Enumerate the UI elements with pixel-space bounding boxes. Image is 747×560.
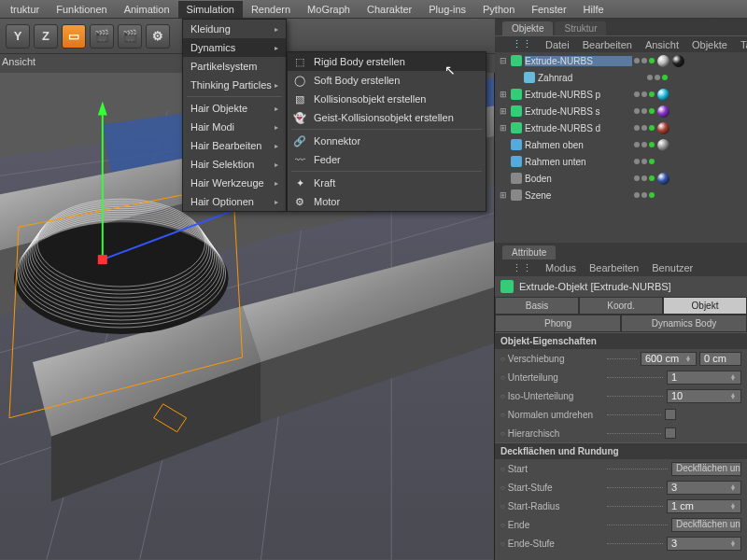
- object-name: Extrude-NURBS s: [525, 106, 632, 117]
- submenuitem-kollisionsobjekt-erstellen[interactable]: ▧Kollisionsobjekt erstellen: [288, 90, 486, 108]
- number-input[interactable]: 0 cm: [699, 352, 741, 366]
- attr-tab-objekt[interactable]: Objekt: [663, 297, 747, 315]
- expand-icon[interactable]: ⊞: [499, 106, 508, 116]
- menu-hilfe[interactable]: Hilfe: [575, 1, 613, 18]
- number-input[interactable]: 1 cm▲▼: [667, 499, 741, 513]
- menuitem-hair-bearbeiten[interactable]: Hair Bearbeiten▸: [183, 136, 286, 155]
- menuitem-hair-modi[interactable]: Hair Modi▸: [183, 118, 286, 136]
- menuitem-hair-werkzeuge[interactable]: Hair Werkzeuge▸: [183, 174, 286, 192]
- menu-funktionen[interactable]: Funktionen: [48, 1, 115, 18]
- menu-animation[interactable]: Animation: [116, 1, 178, 18]
- menu-python[interactable]: Python: [474, 1, 523, 18]
- menuitem-partikelsystem[interactable]: Partikelsystem: [183, 57, 286, 76]
- subbar-objekte[interactable]: Objekte: [692, 39, 727, 50]
- object-row[interactable]: ⊞Extrude-NURBS d: [495, 119, 747, 136]
- menuitem-dynamics[interactable]: Dynamics▸: [183, 38, 286, 57]
- material-ball[interactable]: [657, 173, 669, 185]
- menu-truktur[interactable]: truktur: [2, 1, 48, 18]
- submenuitem-geist-kollisionsobjekt-erstellen[interactable]: 👻Geist-Kollisionsobjekt erstellen: [288, 108, 486, 127]
- attr-tab-basis[interactable]: Basis: [495, 297, 579, 315]
- prop-label: Start-Radius: [500, 501, 603, 511]
- menu-simulation[interactable]: Simulation: [178, 1, 243, 18]
- combo-input[interactable]: Deckflächen und Ru: [671, 518, 741, 532]
- combo-input[interactable]: Deckflächen und Ru: [671, 462, 741, 476]
- expand-icon[interactable]: ⊞: [499, 90, 508, 99]
- material-ball[interactable]: [657, 105, 669, 118]
- menuitem-hair-selektion[interactable]: Hair Selektion▸: [183, 155, 286, 174]
- menu-fenster[interactable]: Fenster: [523, 1, 574, 18]
- expand-icon[interactable]: ⊞: [499, 190, 508, 200]
- object-row[interactable]: Zahnrad: [495, 69, 747, 86]
- material-ball[interactable]: [657, 55, 669, 67]
- tool-button[interactable]: ▭: [62, 24, 86, 49]
- menu-charakter[interactable]: Charakter: [359, 1, 420, 18]
- number-input[interactable]: 600 cm▲▼: [641, 352, 697, 366]
- visibility-dots[interactable]: [634, 108, 655, 114]
- subbar-bearbeiten[interactable]: Bearbeiten: [583, 39, 632, 50]
- object-list[interactable]: ⊟Extrude-NURBSZahnrad⊞Extrude-NURBS p⊞Ex…: [495, 52, 747, 243]
- menu-rendern[interactable]: Rendern: [243, 1, 299, 18]
- material-ball[interactable]: [657, 122, 669, 134]
- object-row[interactable]: ⊞Extrude-NURBS s: [495, 103, 747, 119]
- visibility-dots[interactable]: [634, 91, 655, 97]
- submenu-icon: ⬚: [293, 55, 306, 68]
- attr-tab-phong[interactable]: Phong: [495, 315, 621, 332]
- object-row[interactable]: ⊟Extrude-NURBS: [495, 52, 747, 69]
- object-row[interactable]: ⊞Szene: [495, 187, 747, 203]
- visibility-dots[interactable]: [634, 125, 655, 131]
- object-row[interactable]: Rahmen unten: [495, 153, 747, 170]
- checkbox[interactable]: [665, 427, 676, 439]
- settings-button[interactable]: ⚙: [146, 24, 170, 49]
- menuitem-hair-optionen[interactable]: Hair Optionen▸: [183, 192, 286, 211]
- visibility-dots[interactable]: [647, 75, 668, 80]
- tab-objekte[interactable]: Objekte: [502, 21, 553, 35]
- expand-icon[interactable]: ⊟: [499, 56, 508, 65]
- submenuitem-feder[interactable]: 〰Feder: [288, 150, 486, 169]
- subbar-⋮⋮[interactable]: ⋮⋮: [512, 262, 532, 274]
- submenuitem-konnektor[interactable]: 🔗Konnektor: [288, 132, 486, 150]
- object-row[interactable]: Boden: [495, 170, 747, 187]
- visibility-dots[interactable]: [634, 159, 655, 164]
- submenuitem-rigid-body-erstellen[interactable]: ⬚Rigid Body erstellen: [288, 52, 486, 71]
- number-input[interactable]: 3▲▼: [667, 537, 741, 551]
- subbar-tags[interactable]: Tags: [740, 39, 747, 50]
- attr-tab-koord[interactable]: Koord.: [579, 297, 663, 315]
- subbar-datei[interactable]: Datei: [545, 39, 570, 50]
- menu-plug-ins[interactable]: Plug-ins: [420, 1, 474, 18]
- menuitem-thinking-particles[interactable]: Thinking Particles▸: [183, 76, 286, 94]
- subbar-benutzer[interactable]: Benutzer: [652, 262, 693, 273]
- clapper-button[interactable]: 🎬: [90, 24, 114, 49]
- number-input[interactable]: 3▲▼: [667, 481, 741, 495]
- menuitem-hair-objekte[interactable]: Hair Objekte▸: [183, 99, 286, 118]
- visibility-dots[interactable]: [634, 175, 655, 181]
- axis-y-button[interactable]: Y: [6, 24, 30, 49]
- visibility-dots[interactable]: [634, 58, 655, 63]
- tab-attribute[interactable]: Attribute: [502, 245, 556, 259]
- axis-z-button[interactable]: Z: [34, 24, 58, 49]
- submenuitem-motor[interactable]: ⚙Motor: [288, 192, 486, 211]
- subbar-modus[interactable]: Modus: [545, 262, 576, 273]
- prop-ende: EndeDeckflächen und Ru: [495, 515, 747, 534]
- subbar-bearbeiten[interactable]: Bearbeiten: [589, 262, 639, 273]
- subbar-ansicht[interactable]: Ansicht: [645, 39, 679, 50]
- object-row[interactable]: ⊞Extrude-NURBS p: [495, 86, 747, 103]
- object-row[interactable]: Rahmen oben: [495, 136, 747, 153]
- material-ball[interactable]: [657, 139, 669, 151]
- subbar-⋮⋮[interactable]: ⋮⋮: [512, 38, 532, 50]
- submenuitem-kraft[interactable]: ✦Kraft: [288, 174, 486, 192]
- prop-ende-stufe: Ende-Stufe3▲▼: [495, 534, 747, 553]
- tab-struktur[interactable]: Struktur: [555, 21, 606, 35]
- number-input[interactable]: 1▲▼: [667, 371, 741, 385]
- expand-icon[interactable]: ⊞: [499, 123, 508, 133]
- material-ball[interactable]: [657, 89, 669, 101]
- number-input[interactable]: 10▲▼: [667, 389, 741, 403]
- attr-tab-dynamics body[interactable]: Dynamics Body: [621, 315, 747, 332]
- menuitem-kleidung[interactable]: Kleidung▸: [183, 20, 286, 38]
- material-ball[interactable]: [672, 55, 684, 67]
- menu-mograph[interactable]: MoGraph: [299, 1, 359, 18]
- visibility-dots[interactable]: [634, 142, 655, 147]
- visibility-dots[interactable]: [634, 192, 655, 198]
- render-button[interactable]: 🎬: [118, 24, 142, 49]
- checkbox[interactable]: [665, 409, 676, 420]
- submenuitem-soft-body-erstellen[interactable]: ◯Soft Body erstellen: [288, 71, 486, 90]
